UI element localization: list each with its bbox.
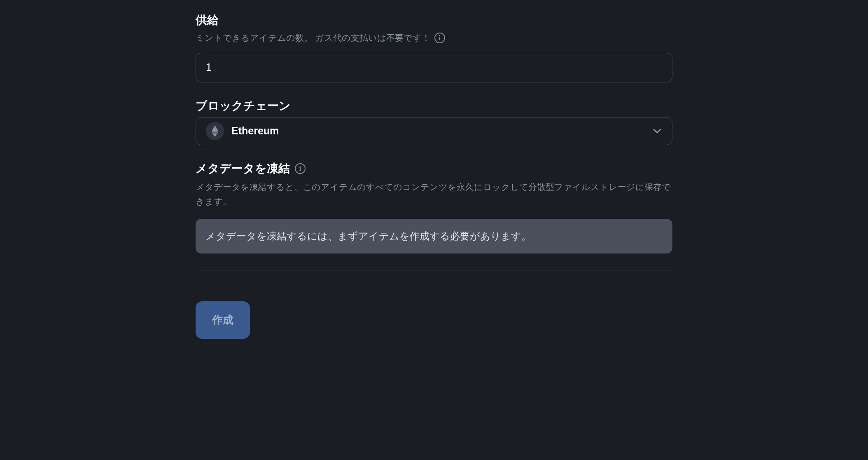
divider: [196, 270, 672, 270]
info-icon[interactable]: i: [295, 163, 306, 174]
ethereum-diamond-icon: [211, 125, 219, 137]
supply-description: ミントできるアイテムの数。 ガス代の支払いは不要です！ i: [196, 31, 672, 45]
freeze-metadata-field-group: メタデータを凍結 i メタデータを凍結すると、このアイテムのすべてのコンテンツを…: [196, 161, 672, 253]
create-button[interactable]: 作成: [196, 301, 250, 339]
supply-input[interactable]: [196, 53, 672, 82]
supply-description-text: ミントできるアイテムの数。 ガス代の支払いは不要です！: [196, 31, 430, 45]
info-icon[interactable]: i: [434, 33, 445, 43]
info-icon-glyph: i: [299, 165, 301, 172]
blockchain-select[interactable]: Ethereum: [196, 117, 672, 145]
freeze-metadata-description: メタデータを凍結すると、このアイテムのすべてのコンテンツを永久にロックして分散型…: [196, 180, 672, 209]
freeze-metadata-label: メタデータを凍結 i: [196, 161, 672, 176]
freeze-metadata-label-text: メタデータを凍結: [196, 161, 290, 176]
supply-field-group: 供給 ミントできるアイテムの数。 ガス代の支払いは不要です！ i: [196, 12, 672, 82]
blockchain-field-group: ブロックチェーン Ethereum: [196, 98, 672, 145]
supply-label: 供給: [196, 12, 672, 28]
form-container: 供給 ミントできるアイテムの数。 ガス代の支払いは不要です！ i ブロックチェー…: [0, 0, 868, 339]
blockchain-selected-text: Ethereum: [231, 125, 645, 137]
supply-label-text: 供給: [196, 12, 219, 28]
blockchain-label-text: ブロックチェーン: [196, 98, 291, 114]
info-icon-glyph: i: [439, 33, 441, 43]
freeze-metadata-notice: メタデータを凍結するには、まずアイテムを作成する必要があります。: [196, 219, 672, 253]
ethereum-icon: [206, 122, 224, 140]
blockchain-label: ブロックチェーン: [196, 98, 672, 114]
chevron-down-icon: [652, 126, 662, 136]
